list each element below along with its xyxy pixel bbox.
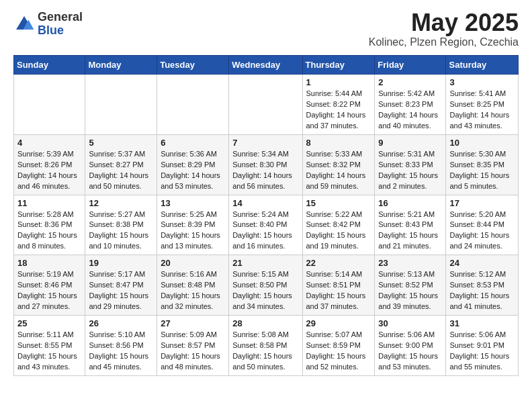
day-number: 12	[89, 198, 153, 208]
day-number: 11	[17, 198, 81, 208]
calendar-cell: 22Sunrise: 5:14 AMSunset: 8:51 PMDayligh…	[302, 255, 375, 316]
day-info: Sunrise: 5:39 AMSunset: 8:26 PMDaylight:…	[17, 149, 81, 192]
day-number: 17	[449, 198, 515, 208]
calendar-cell: 10Sunrise: 5:30 AMSunset: 8:35 PMDayligh…	[446, 134, 519, 195]
calendar-cell: 14Sunrise: 5:24 AMSunset: 8:40 PMDayligh…	[229, 195, 302, 255]
day-number: 4	[17, 138, 81, 148]
day-number: 14	[232, 198, 298, 208]
day-info: Sunrise: 5:14 AMSunset: 8:51 PMDaylight:…	[306, 269, 371, 312]
calendar-cell: 13Sunrise: 5:25 AMSunset: 8:39 PMDayligh…	[157, 195, 229, 255]
day-info: Sunrise: 5:37 AMSunset: 8:27 PMDaylight:…	[89, 149, 153, 192]
weekday-thursday: Thursday	[302, 56, 375, 75]
calendar-cell: 4Sunrise: 5:39 AMSunset: 8:26 PMDaylight…	[14, 134, 85, 195]
week-row-0: 1Sunrise: 5:44 AMSunset: 8:22 PMDaylight…	[14, 75, 519, 135]
calendar-cell: 2Sunrise: 5:42 AMSunset: 8:23 PMDaylight…	[375, 75, 446, 135]
day-info: Sunrise: 5:09 AMSunset: 8:57 PMDaylight:…	[161, 330, 225, 373]
day-info: Sunrise: 5:22 AMSunset: 8:42 PMDaylight:…	[306, 210, 371, 253]
day-number: 13	[161, 198, 225, 208]
day-info: Sunrise: 5:44 AMSunset: 8:22 PMDaylight:…	[306, 89, 371, 132]
day-number: 30	[378, 318, 442, 328]
calendar-cell: 6Sunrise: 5:36 AMSunset: 8:29 PMDaylight…	[157, 134, 229, 195]
day-number: 29	[306, 318, 371, 328]
logo: General Blue	[13, 11, 83, 38]
calendar-cell: 12Sunrise: 5:27 AMSunset: 8:38 PMDayligh…	[85, 195, 157, 255]
location: Kolinec, Plzen Region, Czechia	[369, 36, 519, 48]
calendar-cell: 19Sunrise: 5:17 AMSunset: 8:47 PMDayligh…	[85, 255, 157, 316]
calendar-cell: 25Sunrise: 5:11 AMSunset: 8:55 PMDayligh…	[14, 316, 85, 376]
day-info: Sunrise: 5:31 AMSunset: 8:33 PMDaylight:…	[378, 149, 442, 192]
day-number: 10	[449, 138, 515, 148]
weekday-wednesday: Wednesday	[229, 56, 302, 75]
day-number: 2	[378, 77, 442, 87]
day-info: Sunrise: 5:24 AMSunset: 8:40 PMDaylight:…	[232, 210, 298, 253]
day-number: 20	[161, 258, 225, 268]
day-info: Sunrise: 5:20 AMSunset: 8:44 PMDaylight:…	[449, 210, 515, 253]
calendar-cell: 11Sunrise: 5:28 AMSunset: 8:36 PMDayligh…	[14, 195, 85, 255]
day-info: Sunrise: 5:12 AMSunset: 8:53 PMDaylight:…	[449, 269, 515, 312]
calendar-cell: 23Sunrise: 5:13 AMSunset: 8:52 PMDayligh…	[375, 255, 446, 316]
day-info: Sunrise: 5:36 AMSunset: 8:29 PMDaylight:…	[161, 149, 225, 192]
calendar-cell: 29Sunrise: 5:07 AMSunset: 8:59 PMDayligh…	[302, 316, 375, 376]
weekday-friday: Friday	[375, 56, 446, 75]
week-row-2: 11Sunrise: 5:28 AMSunset: 8:36 PMDayligh…	[14, 195, 519, 255]
calendar-cell: 8Sunrise: 5:33 AMSunset: 8:32 PMDaylight…	[302, 134, 375, 195]
day-info: Sunrise: 5:33 AMSunset: 8:32 PMDaylight:…	[306, 149, 371, 192]
day-number: 5	[89, 138, 153, 148]
calendar-cell: 9Sunrise: 5:31 AMSunset: 8:33 PMDaylight…	[375, 134, 446, 195]
day-info: Sunrise: 5:06 AMSunset: 9:01 PMDaylight:…	[449, 330, 515, 373]
week-row-4: 25Sunrise: 5:11 AMSunset: 8:55 PMDayligh…	[14, 316, 519, 376]
calendar-cell: 20Sunrise: 5:16 AMSunset: 8:48 PMDayligh…	[157, 255, 229, 316]
day-info: Sunrise: 5:28 AMSunset: 8:36 PMDaylight:…	[17, 210, 81, 253]
calendar-cell: 3Sunrise: 5:41 AMSunset: 8:25 PMDaylight…	[446, 75, 519, 135]
day-number: 19	[89, 258, 153, 268]
day-info: Sunrise: 5:27 AMSunset: 8:38 PMDaylight:…	[89, 210, 153, 253]
day-number: 1	[306, 77, 371, 87]
calendar-table: SundayMondayTuesdayWednesdayThursdayFrid…	[13, 55, 519, 376]
calendar-cell	[157, 75, 229, 135]
calendar-cell: 27Sunrise: 5:09 AMSunset: 8:57 PMDayligh…	[157, 316, 229, 376]
day-info: Sunrise: 5:11 AMSunset: 8:55 PMDaylight:…	[17, 330, 81, 373]
calendar-cell	[229, 75, 302, 135]
header: General Blue May 2025 Kolinec, Plzen Reg…	[13, 11, 519, 48]
week-row-1: 4Sunrise: 5:39 AMSunset: 8:26 PMDaylight…	[14, 134, 519, 195]
day-number: 18	[17, 258, 81, 268]
weekday-monday: Monday	[85, 56, 157, 75]
day-info: Sunrise: 5:15 AMSunset: 8:50 PMDaylight:…	[232, 269, 298, 312]
day-number: 23	[378, 258, 442, 268]
day-info: Sunrise: 5:19 AMSunset: 8:46 PMDaylight:…	[17, 269, 81, 312]
day-number: 28	[232, 318, 298, 328]
day-info: Sunrise: 5:21 AMSunset: 8:43 PMDaylight:…	[378, 210, 442, 253]
weekday-saturday: Saturday	[446, 56, 519, 75]
week-row-3: 18Sunrise: 5:19 AMSunset: 8:46 PMDayligh…	[14, 255, 519, 316]
calendar-cell: 26Sunrise: 5:10 AMSunset: 8:56 PMDayligh…	[85, 316, 157, 376]
day-number: 6	[161, 138, 225, 148]
logo-blue: Blue	[38, 24, 83, 38]
calendar-cell: 28Sunrise: 5:08 AMSunset: 8:58 PMDayligh…	[229, 316, 302, 376]
day-info: Sunrise: 5:16 AMSunset: 8:48 PMDaylight:…	[161, 269, 225, 312]
day-info: Sunrise: 5:34 AMSunset: 8:30 PMDaylight:…	[232, 149, 298, 192]
day-number: 31	[449, 318, 515, 328]
day-number: 25	[17, 318, 81, 328]
day-number: 22	[306, 258, 371, 268]
calendar-cell: 31Sunrise: 5:06 AMSunset: 9:01 PMDayligh…	[446, 316, 519, 376]
calendar-cell: 30Sunrise: 5:06 AMSunset: 9:00 PMDayligh…	[375, 316, 446, 376]
day-number: 8	[306, 138, 371, 148]
logo-text: General Blue	[38, 11, 83, 38]
day-info: Sunrise: 5:06 AMSunset: 9:00 PMDaylight:…	[378, 330, 442, 373]
calendar-cell: 15Sunrise: 5:22 AMSunset: 8:42 PMDayligh…	[302, 195, 375, 255]
day-number: 9	[378, 138, 442, 148]
day-number: 26	[89, 318, 153, 328]
day-info: Sunrise: 5:41 AMSunset: 8:25 PMDaylight:…	[449, 89, 515, 132]
calendar-cell: 24Sunrise: 5:12 AMSunset: 8:53 PMDayligh…	[446, 255, 519, 316]
day-info: Sunrise: 5:30 AMSunset: 8:35 PMDaylight:…	[449, 149, 515, 192]
day-info: Sunrise: 5:17 AMSunset: 8:47 PMDaylight:…	[89, 269, 153, 312]
calendar-cell	[14, 75, 85, 135]
day-info: Sunrise: 5:07 AMSunset: 8:59 PMDaylight:…	[306, 330, 371, 373]
calendar-cell	[85, 75, 157, 135]
calendar-cell: 1Sunrise: 5:44 AMSunset: 8:22 PMDaylight…	[302, 75, 375, 135]
day-number: 3	[449, 77, 515, 87]
day-info: Sunrise: 5:08 AMSunset: 8:58 PMDaylight:…	[232, 330, 298, 373]
calendar-cell: 16Sunrise: 5:21 AMSunset: 8:43 PMDayligh…	[375, 195, 446, 255]
logo-general: General	[38, 11, 83, 24]
day-number: 15	[306, 198, 371, 208]
